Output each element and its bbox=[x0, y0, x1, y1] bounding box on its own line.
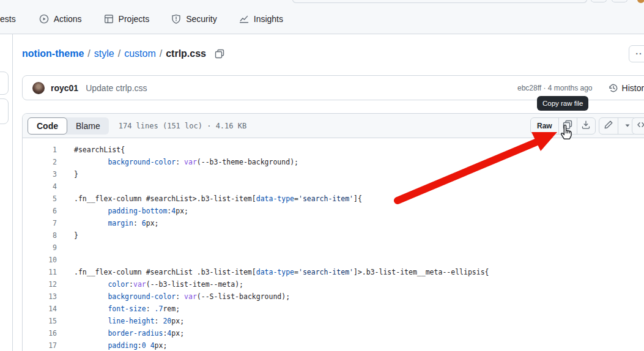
line-number[interactable]: 17 bbox=[23, 339, 57, 351]
line-number[interactable]: 5 bbox=[23, 193, 57, 205]
download-icon bbox=[581, 120, 591, 132]
kebab-icon: ·· bbox=[635, 49, 642, 59]
tab-actions[interactable]: Actions bbox=[34, 12, 87, 26]
line-number[interactable]: 14 bbox=[23, 303, 57, 315]
line-number[interactable]: 13 bbox=[23, 290, 57, 303]
tab-projects[interactable]: Projects bbox=[99, 12, 155, 26]
pencil-icon bbox=[604, 120, 613, 132]
code-lines: 1#searchList{2 background-color: var(--b… bbox=[23, 138, 644, 351]
commit-author[interactable]: royc01 bbox=[51, 83, 78, 93]
code-line: 3} bbox=[23, 168, 644, 180]
edit-file-group bbox=[599, 117, 637, 135]
line-number[interactable]: 6 bbox=[23, 205, 57, 217]
code-text: .fn__flex-column #searchList>.b3-list-it… bbox=[57, 193, 362, 205]
breadcrumb: notion-theme / style / custom / ctrlp.cs… bbox=[22, 48, 224, 59]
play-circle-icon bbox=[39, 14, 49, 24]
raw-copy-download-group: Raw bbox=[530, 117, 596, 135]
line-number[interactable]: 15 bbox=[23, 315, 57, 327]
code-text: background-color: var(--S-list-backgroun… bbox=[57, 290, 290, 303]
file-options-kebab-button[interactable]: ·· bbox=[629, 45, 644, 62]
code-line: 7 margin: 6px; bbox=[23, 217, 644, 229]
code-line: 13 background-color: var(--S-list-backgr… bbox=[23, 290, 644, 303]
code-text: font-size: .7rem; bbox=[57, 303, 180, 315]
code-text: margin: 6px; bbox=[57, 217, 159, 229]
code-text: border-radius:4px; bbox=[57, 327, 184, 339]
code-line: 5.fn__flex-column #searchList>.b3-list-i… bbox=[23, 193, 644, 205]
code-text bbox=[57, 180, 74, 193]
sidebar-divider bbox=[12, 34, 13, 351]
breadcrumb-repo-link[interactable]: notion-theme bbox=[22, 48, 84, 59]
tab-code[interactable]: Code bbox=[28, 117, 67, 135]
top-header: ests Actions Projects Security Insights bbox=[0, 0, 644, 34]
code-symbols-icon bbox=[636, 120, 644, 132]
breadcrumb-style-link[interactable]: style bbox=[94, 48, 114, 59]
commit-message[interactable]: Update ctrlp.css bbox=[86, 83, 147, 93]
code-text: padding-bottom:4px; bbox=[57, 205, 188, 217]
code-text: line-height: 20px; bbox=[57, 315, 184, 327]
line-number[interactable]: 7 bbox=[23, 217, 57, 229]
graph-icon bbox=[239, 14, 249, 24]
code-line: 2 background-color: var(--b3-theme-backg… bbox=[23, 156, 644, 168]
history-button[interactable]: History bbox=[609, 83, 644, 93]
code-line: 10 bbox=[23, 254, 644, 266]
code-line: 12 color:var(--b3-list-item--meta); bbox=[23, 278, 644, 290]
table-icon bbox=[104, 14, 114, 24]
code-text: color:var(--b3-list-item--meta); bbox=[57, 278, 243, 290]
code-line: 15 line-height: 20px; bbox=[23, 315, 644, 327]
triangle-down-icon bbox=[624, 120, 631, 131]
header-button-fragment[interactable] bbox=[591, 0, 607, 2]
download-raw-button[interactable] bbox=[577, 118, 595, 134]
tab-insights[interactable]: Insights bbox=[234, 12, 288, 26]
code-line: 14 font-size: .7rem; bbox=[23, 303, 644, 315]
breadcrumb-separator: / bbox=[118, 48, 120, 59]
file-content-box: Code Blame 174 lines (151 loc) · 4.16 KB… bbox=[22, 113, 644, 351]
code-text: padding:0 4px; bbox=[57, 339, 167, 351]
copy-raw-button[interactable] bbox=[558, 118, 577, 134]
sidebar-button-fragment[interactable] bbox=[0, 72, 9, 95]
repo-nav-tabs: ests Actions Projects Security Insights bbox=[0, 10, 300, 28]
line-number[interactable]: 12 bbox=[23, 278, 57, 290]
tab-blame[interactable]: Blame bbox=[67, 117, 109, 135]
commit-sha-and-time[interactable]: ebc28ff · 4 months ago bbox=[517, 84, 593, 92]
tab-security[interactable]: Security bbox=[166, 12, 222, 26]
code-text bbox=[57, 254, 74, 266]
code-line: 11.fn__flex-column #searchList .b3-list-… bbox=[23, 266, 644, 278]
code-blame-toggle: Code Blame bbox=[28, 117, 109, 135]
copy-path-icon[interactable] bbox=[215, 49, 224, 59]
search-input-fragment[interactable] bbox=[292, 0, 587, 3]
code-text bbox=[57, 242, 74, 254]
copy-raw-file-tooltip: Copy raw file bbox=[537, 96, 588, 111]
raw-button[interactable]: Raw bbox=[531, 118, 558, 134]
tab-label: Actions bbox=[54, 14, 82, 24]
avatar[interactable] bbox=[637, 0, 644, 3]
code-line: 1#searchList{ bbox=[23, 144, 644, 156]
line-number[interactable]: 16 bbox=[23, 327, 57, 339]
line-number[interactable]: 3 bbox=[23, 168, 57, 180]
tab-label: Security bbox=[186, 14, 217, 24]
line-number[interactable]: 11 bbox=[23, 266, 57, 278]
tab-pull-requests-partial[interactable]: ests bbox=[0, 14, 16, 24]
breadcrumb-file-name: ctrlp.css bbox=[166, 48, 206, 59]
line-number[interactable]: 9 bbox=[23, 242, 57, 254]
file-size-meta: 174 lines (151 loc) · 4.16 KB bbox=[119, 122, 247, 130]
code-text: } bbox=[57, 229, 78, 242]
breadcrumb-custom-link[interactable]: custom bbox=[124, 48, 156, 59]
header-button-fragment[interactable] bbox=[612, 0, 627, 2]
edit-file-button[interactable] bbox=[599, 118, 618, 134]
history-icon bbox=[609, 83, 618, 93]
code-text: .fn__flex-column #searchList .b3-list-it… bbox=[57, 266, 489, 278]
sidebar-button-fragment[interactable] bbox=[0, 98, 9, 124]
line-number[interactable]: 1 bbox=[23, 144, 57, 156]
code-line: 4 bbox=[23, 180, 644, 193]
breadcrumb-separator: / bbox=[87, 48, 90, 59]
line-number[interactable]: 4 bbox=[23, 180, 57, 193]
symbols-panel-button[interactable] bbox=[632, 117, 644, 135]
code-text: } bbox=[57, 168, 78, 180]
tab-label: Projects bbox=[119, 14, 150, 24]
copy-icon bbox=[563, 120, 572, 132]
avatar[interactable] bbox=[32, 82, 45, 94]
line-number[interactable]: 8 bbox=[23, 229, 57, 242]
line-number[interactable]: 2 bbox=[23, 156, 57, 168]
line-number[interactable]: 10 bbox=[23, 254, 57, 266]
code-text: background-color: var(--b3-theme-backgro… bbox=[57, 156, 298, 168]
